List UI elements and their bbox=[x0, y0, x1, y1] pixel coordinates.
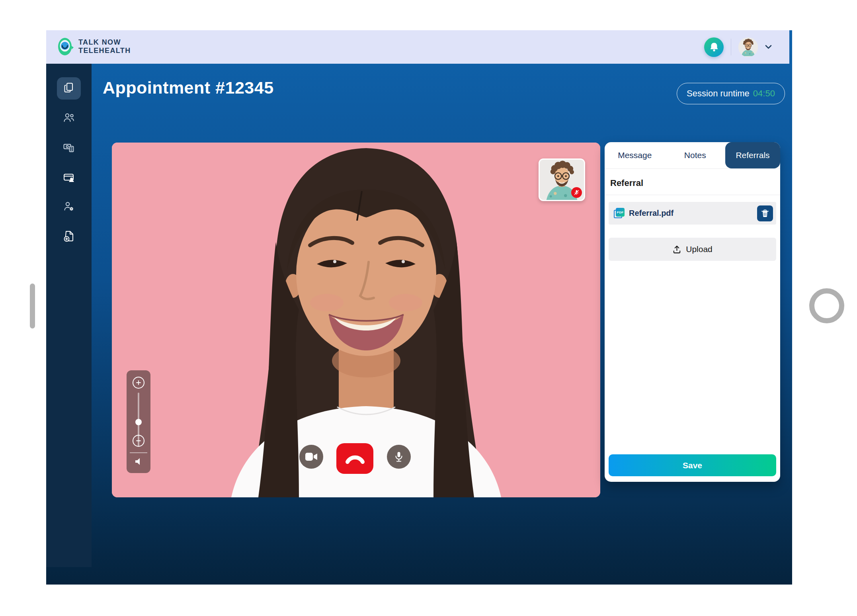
user-avatar[interactable] bbox=[738, 37, 758, 57]
upload-icon bbox=[672, 245, 681, 254]
session-runtime-label: Session runtime bbox=[687, 88, 750, 99]
speaker-icon bbox=[133, 456, 144, 467]
topbar-actions bbox=[704, 30, 772, 64]
tablet-side-button bbox=[30, 284, 35, 329]
tablet-home-button[interactable] bbox=[809, 288, 844, 323]
volume-slider-thumb[interactable] bbox=[135, 419, 142, 425]
plus-icon bbox=[136, 380, 141, 385]
card-person-icon bbox=[62, 171, 75, 184]
tab-notes[interactable]: Notes bbox=[665, 142, 726, 168]
session-runtime-value: 04:50 bbox=[753, 88, 775, 99]
sidebar-item-billing[interactable] bbox=[62, 141, 75, 154]
page-title: Appointment #12345 bbox=[103, 78, 274, 98]
device-frame: TALK NOW TELEHEALTH bbox=[0, 0, 857, 616]
pdf-file-icon: PDF bbox=[614, 208, 625, 219]
delete-file-button[interactable] bbox=[757, 205, 773, 221]
user-avatar-photo bbox=[738, 37, 758, 57]
sidebar bbox=[46, 64, 92, 567]
microphone-button[interactable] bbox=[387, 445, 411, 469]
bell-icon bbox=[710, 42, 718, 52]
referral-file-row[interactable]: PDF Referral.pdf bbox=[609, 202, 776, 225]
app-window: TALK NOW TELEHEALTH bbox=[46, 30, 792, 585]
panel-tabs: Message Notes Referrals bbox=[605, 142, 780, 168]
side-panel: Message Notes Referrals Referral PDF Ref… bbox=[605, 142, 780, 482]
microphone-icon bbox=[392, 450, 405, 463]
billing-calculator-icon bbox=[62, 141, 75, 154]
tabs-divider bbox=[605, 168, 780, 169]
tab-message[interactable]: Message bbox=[605, 142, 665, 168]
brand-line1: TALK NOW bbox=[78, 38, 131, 47]
microphone-muted-icon bbox=[574, 190, 580, 196]
notifications-button[interactable] bbox=[704, 37, 724, 57]
volume-control bbox=[127, 370, 150, 473]
referral-file-name: Referral.pdf bbox=[629, 209, 757, 218]
user-settings-icon bbox=[62, 200, 75, 213]
session-runtime-badge: Session runtime 04:50 bbox=[677, 83, 785, 104]
add-document-icon bbox=[62, 229, 75, 242]
sidebar-item-patients[interactable] bbox=[62, 111, 75, 124]
video-call-area bbox=[112, 143, 600, 497]
brand-name: TALK NOW TELEHEALTH bbox=[78, 38, 131, 55]
chevron-down-icon[interactable] bbox=[765, 45, 772, 49]
brand-line2: TELEHEALTH bbox=[78, 47, 131, 55]
save-button[interactable]: Save bbox=[609, 454, 776, 476]
sidebar-item-new-document[interactable] bbox=[62, 229, 75, 242]
trash-icon bbox=[761, 209, 769, 217]
topbar: TALK NOW TELEHEALTH bbox=[46, 30, 789, 64]
upload-button[interactable]: Upload bbox=[609, 238, 776, 261]
volume-up-button[interactable] bbox=[133, 377, 144, 389]
end-call-button[interactable] bbox=[336, 443, 373, 474]
volume-down-button[interactable] bbox=[133, 435, 144, 447]
sidebar-item-payments[interactable] bbox=[62, 171, 75, 184]
camera-icon bbox=[305, 452, 318, 462]
section-divider bbox=[605, 195, 780, 195]
sidebar-item-user-settings[interactable] bbox=[62, 200, 75, 213]
pip-muted-badge bbox=[571, 187, 582, 198]
brand-logo-icon bbox=[57, 37, 74, 56]
minus-icon bbox=[136, 438, 141, 444]
topbar-divider bbox=[731, 39, 731, 55]
patients-icon bbox=[62, 111, 75, 124]
camera-button[interactable] bbox=[299, 445, 323, 469]
sidebar-item-documents[interactable] bbox=[62, 81, 75, 94]
speaker-button[interactable] bbox=[133, 456, 144, 467]
tab-referrals[interactable]: Referrals bbox=[725, 142, 780, 168]
pdf-badge: PDF bbox=[616, 208, 625, 217]
brand: TALK NOW TELEHEALTH bbox=[57, 37, 131, 56]
volume-divider bbox=[130, 452, 147, 453]
upload-label: Upload bbox=[686, 244, 713, 254]
self-view-pip[interactable] bbox=[539, 158, 585, 201]
end-call-icon bbox=[345, 452, 365, 465]
documents-icon bbox=[62, 81, 75, 94]
referral-section-title: Referral bbox=[610, 178, 643, 188]
